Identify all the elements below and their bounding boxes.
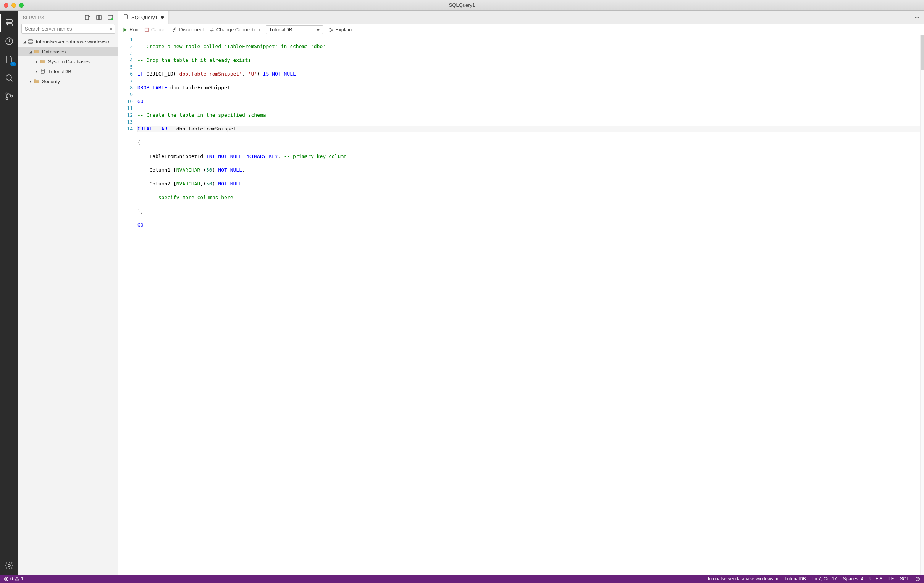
tab-bar: SQLQuery1 ⋯ [118, 11, 924, 24]
tab-sqlquery1[interactable]: SQLQuery1 [118, 11, 169, 24]
code-token: , [242, 71, 248, 77]
status-feedback[interactable] [915, 576, 920, 581]
run-label: Run [129, 27, 139, 33]
cancel-button: Cancel [144, 27, 167, 33]
disconnect-button[interactable]: Disconnect [172, 27, 203, 33]
activity-search[interactable] [0, 69, 18, 87]
database-icon [40, 68, 46, 74]
tree-server-label: tutorialserver.database.windows.n... [36, 39, 115, 44]
activity-source-control[interactable] [0, 87, 18, 105]
expand-icon[interactable] [107, 15, 114, 21]
code-token: NOT NULL [218, 153, 242, 159]
close-window-button[interactable] [4, 3, 8, 8]
server-icon [5, 18, 14, 28]
change-connection-button[interactable]: Change Connection [209, 27, 261, 33]
activity-task-history[interactable] [0, 32, 18, 50]
svg-point-8 [11, 96, 13, 97]
sidebar-header: SERVERS [18, 11, 118, 24]
clock-icon [5, 36, 14, 46]
code-token: ( [137, 140, 140, 145]
cancel-label: Cancel [151, 27, 167, 33]
code-editor[interactable]: 1 2 3 4 5 6 7 8 9 10 11 12 13 14 -- Crea… [118, 36, 924, 575]
sidebar: SERVERS × ◢ tutorialserver.database.wind [18, 11, 118, 575]
svg-rect-16 [29, 42, 33, 44]
smiley-icon [915, 576, 920, 581]
line-number: 4 [118, 57, 133, 64]
twisty-collapsed-icon: ▸ [28, 79, 34, 84]
svg-point-14 [111, 18, 113, 20]
folder-icon [34, 48, 40, 54]
status-indentation[interactable]: Spaces: 4 [843, 576, 863, 581]
new-connection-icon[interactable] [84, 15, 91, 21]
change-connection-label: Change Connection [216, 27, 261, 33]
svg-rect-12 [99, 15, 101, 20]
activity-servers[interactable] [0, 14, 18, 32]
server-tree: ◢ tutorialserver.database.windows.n... ◢… [18, 36, 118, 87]
sidebar-title: SERVERS [23, 15, 44, 20]
run-button[interactable]: Run [122, 27, 139, 33]
minimap-thumb[interactable] [921, 36, 924, 70]
twisty-collapsed-icon: ▸ [34, 69, 40, 74]
database-selector[interactable]: TutorialDB [266, 25, 323, 34]
tree-server-root[interactable]: ◢ tutorialserver.database.windows.n... [18, 36, 118, 46]
twisty-collapsed-icon: ▸ [34, 59, 40, 64]
code-token: ) [212, 181, 218, 186]
tree-security[interactable]: ▸ Security [18, 76, 118, 86]
code-token: IS NOT NULL [263, 71, 296, 77]
explain-button[interactable]: Explain [328, 27, 352, 33]
disconnect-label: Disconnect [179, 27, 203, 33]
code-token: ]( [200, 181, 206, 186]
code-token: NOT NULL [218, 181, 242, 186]
line-number: 8 [118, 84, 133, 91]
activity-settings[interactable] [0, 556, 18, 575]
line-number: 1 [118, 36, 133, 43]
code-token: -- primary key column [284, 153, 346, 159]
editor-area: SQLQuery1 ⋯ Run Cancel Disconnect [118, 11, 924, 575]
status-eol-text: LF [888, 576, 894, 581]
minimize-window-button[interactable] [12, 3, 16, 8]
code-token: ]( [200, 167, 206, 173]
activity-explorer[interactable]: 1 [0, 50, 18, 69]
line-number: 10 [118, 98, 133, 105]
line-number: 13 [118, 119, 133, 125]
new-group-icon[interactable] [96, 15, 102, 21]
play-icon [122, 27, 127, 33]
explain-label: Explain [336, 27, 352, 33]
tree-system-databases[interactable]: ▸ System Databases [18, 56, 118, 66]
server-search-input[interactable] [21, 24, 115, 34]
svg-rect-15 [29, 40, 33, 41]
code-token: CREATE TABLE [137, 126, 173, 132]
clear-search-icon[interactable]: × [110, 26, 113, 32]
svg-point-17 [41, 69, 45, 71]
code-token: 50 [206, 181, 212, 186]
status-encoding[interactable]: UTF-8 [870, 576, 883, 581]
status-cursor[interactable]: Ln 7, Col 17 [812, 576, 837, 581]
line-number: 6 [118, 71, 133, 77]
status-connection[interactable]: tutorialserver.database.windows.net : Tu… [708, 576, 806, 581]
svg-point-20 [330, 28, 331, 29]
code-token: -- Drop the table if it already exists [137, 57, 251, 63]
sql-file-icon [123, 14, 128, 21]
svg-point-9 [8, 564, 10, 567]
disconnect-icon [172, 27, 177, 33]
tree-tutorialdb[interactable]: ▸ TutorialDB [18, 66, 118, 76]
app-window: SQLQuery1 1 [0, 0, 924, 583]
server-node-icon [28, 38, 34, 44]
status-eol[interactable]: LF [888, 576, 894, 581]
code-token [242, 153, 245, 159]
status-language-text: SQL [900, 576, 909, 581]
code-content[interactable]: -- Create a new table called 'TableFromS… [137, 36, 920, 575]
status-language[interactable]: SQL [900, 576, 909, 581]
tree-databases[interactable]: ◢ Databases [18, 46, 118, 56]
minimap[interactable] [920, 36, 924, 575]
code-token: GO [137, 222, 144, 228]
code-token: Column2 [ [137, 181, 177, 186]
status-problems[interactable]: 0 1 [4, 576, 23, 581]
maximize-window-button[interactable] [19, 3, 24, 8]
titlebar: SQLQuery1 [0, 0, 924, 11]
line-number: 5 [118, 64, 133, 71]
tree-tutorialdb-label: TutorialDB [48, 69, 71, 74]
gear-icon [5, 561, 14, 570]
tree-security-label: Security [42, 79, 60, 84]
tab-more-actions[interactable]: ⋯ [910, 11, 924, 24]
